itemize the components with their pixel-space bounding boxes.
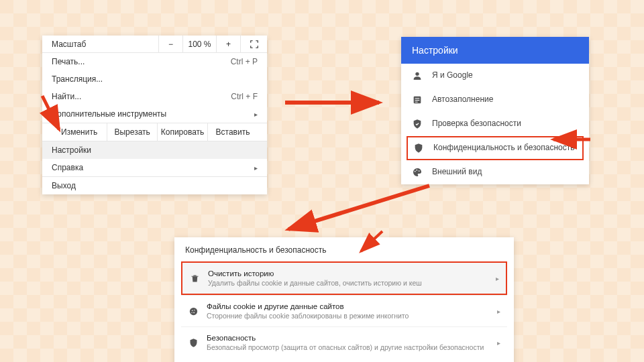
privacy-item-title: Очистить историю (208, 269, 488, 278)
sidebar-item-safety-check[interactable]: Проверка безопасности (401, 112, 589, 136)
zoom-minus-button[interactable]: − (158, 36, 182, 53)
menu-zoom-label: Масштаб (52, 40, 86, 49)
settings-sidebar: Настройки Я и Google Автозаполнение Пров… (401, 37, 589, 184)
svg-point-5 (415, 171, 416, 172)
zoom-controls: − 100 % + (158, 36, 267, 53)
privacy-clear-history[interactable]: Очистить историю Удалить файлы cookie и … (181, 261, 507, 295)
svg-point-0 (415, 72, 419, 76)
person-icon (412, 70, 423, 81)
privacy-item-subtitle: Удалить файлы cookie и данные сайтов, оч… (208, 279, 488, 287)
svg-point-7 (419, 170, 420, 172)
shield-icon (188, 337, 199, 348)
menu-tools-label: Дополнительные инструменты (52, 109, 166, 119)
menu-print[interactable]: Печать... Ctrl + P (42, 53, 267, 70)
menu-help[interactable]: Справка ▸ (42, 159, 267, 176)
menu-print-shortcut: Ctrl + P (231, 57, 258, 66)
svg-rect-2 (415, 98, 420, 99)
sidebar-item-appearance[interactable]: Внешний вид (401, 160, 589, 184)
svg-rect-4 (415, 102, 418, 103)
autofill-icon (412, 95, 423, 105)
trash-icon (189, 273, 200, 284)
sidebar-item-label: Автозаполнение (432, 95, 493, 105)
sidebar-item-label: Конфиденциальность и безопасность (433, 143, 575, 154)
privacy-section-title: Конфиденциальность и безопасность (174, 237, 514, 261)
chrome-menu: Масштаб − 100 % + Печать... Ctrl + P Тра… (42, 36, 267, 194)
menu-edit-paste[interactable]: Вставить (207, 123, 258, 141)
sidebar-item-you-and-google[interactable]: Я и Google (401, 64, 589, 88)
menu-print-label: Печать... (52, 57, 85, 66)
menu-tools-chevron-icon: ▸ (254, 111, 258, 118)
shield-icon (413, 143, 424, 154)
menu-exit[interactable]: Выход (42, 177, 267, 194)
fullscreen-icon (250, 40, 259, 49)
menu-edit-row: Изменить Вырезать Копировать Вставить (42, 123, 267, 141)
sidebar-item-privacy[interactable]: Конфиденциальность и безопасность (407, 136, 584, 160)
menu-cast-label: Трансляция... (52, 74, 103, 84)
privacy-item-subtitle: Безопасный просмотр (защита от опасных с… (207, 343, 489, 351)
menu-find-shortcut: Ctrl + F (231, 92, 258, 101)
palette-icon (412, 167, 423, 178)
menu-edit-cut[interactable]: Вырезать (107, 123, 157, 141)
menu-help-label: Справка (52, 163, 83, 172)
privacy-security[interactable]: Безопасность Безопасный просмотр (защита… (181, 326, 507, 358)
zoom-plus-button[interactable]: + (216, 36, 240, 53)
svg-point-10 (191, 310, 193, 311)
privacy-cookies[interactable]: Файлы cookie и другие данные сайтов Стор… (181, 295, 507, 326)
chevron-right-icon: ▸ (497, 339, 500, 347)
menu-find[interactable]: Найти... Ctrl + F (42, 88, 267, 105)
svg-rect-3 (415, 100, 420, 101)
svg-line-17 (288, 186, 429, 229)
sidebar-item-autofill[interactable]: Автозаполнение (401, 88, 589, 112)
chevron-right-icon: ▸ (497, 308, 500, 315)
svg-rect-8 (191, 276, 198, 276)
svg-point-6 (416, 170, 417, 171)
menu-find-label: Найти... (52, 92, 81, 101)
svg-point-9 (189, 307, 197, 314)
guide-arrow-1 (285, 93, 386, 113)
shield-check-icon (412, 119, 423, 129)
menu-help-chevron-icon: ▸ (254, 164, 258, 172)
menu-settings[interactable]: Настройки (42, 141, 267, 159)
menu-tools[interactable]: Дополнительные инструменты ▸ (42, 105, 267, 123)
fullscreen-button[interactable] (240, 36, 267, 53)
chevron-right-icon: ▸ (496, 275, 499, 282)
privacy-item-title: Файлы cookie и другие данные сайтов (207, 302, 489, 310)
sidebar-item-label: Я и Google (432, 70, 473, 81)
svg-point-11 (194, 309, 195, 310)
svg-point-13 (191, 312, 192, 312)
settings-header: Настройки (401, 37, 589, 64)
menu-edit-copy[interactable]: Копировать (157, 123, 207, 141)
cookie-icon (188, 306, 199, 316)
sidebar-item-label: Проверка безопасности (432, 119, 521, 129)
privacy-item-subtitle: Сторонние файлы cookie заблокированы в р… (207, 312, 489, 320)
sidebar-item-label: Внешний вид (432, 167, 482, 178)
zoom-value: 100 % (182, 36, 216, 53)
privacy-item-title: Безопасность (207, 334, 489, 342)
menu-zoom-row: Масштаб − 100 % + (42, 36, 267, 53)
menu-exit-label: Выход (52, 181, 76, 190)
menu-cast[interactable]: Трансляция... (42, 70, 267, 88)
privacy-section: Конфиденциальность и безопасность Очисти… (174, 237, 514, 362)
menu-settings-label: Настройки (52, 145, 91, 155)
menu-edit-label: Изменить (52, 127, 107, 137)
svg-point-12 (193, 312, 195, 313)
guide-arrow-2 (282, 182, 436, 236)
